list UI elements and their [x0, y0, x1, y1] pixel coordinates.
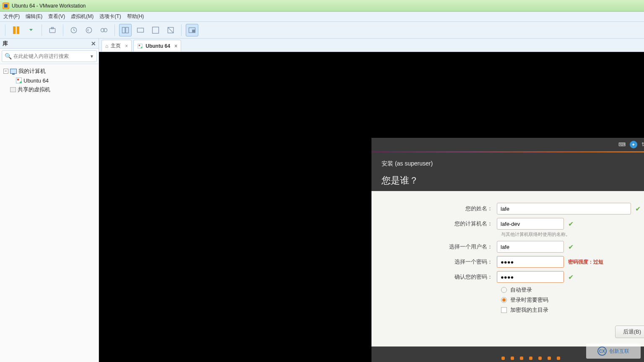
svg-rect-0	[49, 28, 55, 32]
snapshot-take-icon[interactable]	[68, 24, 80, 36]
host-input[interactable]	[497, 218, 564, 230]
power-dropdown[interactable]	[25, 24, 37, 36]
computer-icon	[10, 69, 17, 74]
view-thumbnail-icon[interactable]	[186, 24, 198, 36]
svg-rect-6	[122, 27, 125, 33]
library-close-icon[interactable]: ✕	[91, 40, 96, 47]
tab-ubuntu-label: Ubuntu 64	[145, 43, 170, 49]
user-label: 选择一个用户名：	[382, 243, 497, 251]
tree-label-mycomputer: 我的计算机	[18, 67, 46, 75]
radio-auto-login[interactable]: 自动登录	[501, 286, 644, 294]
pause-button[interactable]	[10, 24, 22, 36]
tree-shared[interactable]: 共享的虚拟机	[2, 85, 97, 94]
watermark: CX 创新互联	[586, 344, 641, 359]
view-single-icon[interactable]	[134, 24, 147, 36]
tab-ubuntu[interactable]: Ubuntu 64 ×	[133, 40, 181, 52]
library-search-input[interactable]	[13, 53, 90, 59]
ubuntu-top-panel: ⌨ ✦ ⇅ En ⚹ 🔊 ⚙	[371, 138, 644, 151]
radio-icon[interactable]	[501, 297, 507, 303]
ubuntu-header: 安装 (as superuser) 您是谁？	[371, 153, 644, 191]
tab-home[interactable]: ⌂ 主页 ×	[101, 40, 132, 52]
svg-rect-8	[138, 28, 144, 32]
menu-edit[interactable]: 编辑(E)	[26, 13, 42, 20]
name-label: 您的姓名：	[382, 205, 497, 212]
snapshot-button[interactable]	[46, 24, 59, 36]
radio-icon[interactable]	[501, 287, 507, 293]
svg-rect-7	[126, 27, 129, 33]
library-title: 库	[3, 40, 8, 47]
snapshot-manager-icon[interactable]	[98, 24, 110, 36]
checkbox-icon[interactable]	[501, 307, 507, 313]
toolbar	[0, 22, 644, 39]
ubuntu-subtitle: 安装 (as superuser)	[382, 160, 644, 168]
tab-home-close-icon[interactable]: ×	[125, 43, 128, 49]
password-input[interactable]	[497, 256, 564, 268]
svg-rect-9	[153, 27, 159, 33]
tab-ubuntu-close-icon[interactable]: ×	[174, 43, 177, 49]
vm-tabs: ⌂ 主页 × Ubuntu 64 ×	[99, 39, 644, 52]
watermark-logo-icon: CX	[597, 346, 607, 356]
vm-icon	[16, 78, 22, 83]
tree-vm-ubuntu[interactable]: Ubuntu 64	[2, 76, 97, 85]
library-search[interactable]: 🔍 ▼	[2, 50, 97, 62]
tree-label-shared: 共享的虚拟机	[18, 86, 50, 93]
radio-require-password[interactable]: 登录时需要密码	[501, 296, 644, 304]
home-icon: ⌂	[105, 43, 108, 49]
snapshot-revert-icon[interactable]	[83, 24, 95, 36]
check-icon: ✔	[568, 243, 574, 251]
tree-toggle-icon[interactable]: −	[3, 69, 8, 74]
check-icon: ✔	[568, 220, 574, 228]
checkbox-encrypt-label: 加密我的主目录	[510, 306, 548, 314]
view-unity-icon[interactable]	[164, 24, 177, 36]
ubuntu-form: 您的姓名： ✔ 您的计算机名： ✔ 与其他计算机联络时使用的名称。 选择一个用户…	[371, 191, 644, 346]
library-header: 库 ✕	[0, 39, 99, 49]
tree-label-vm: Ubuntu 64	[23, 78, 49, 84]
svg-rect-13	[192, 30, 195, 32]
search-icon: 🔍	[5, 53, 12, 59]
check-icon: ✔	[635, 205, 641, 213]
checkbox-encrypt-home[interactable]: 加密我的主目录	[501, 306, 644, 314]
menu-file[interactable]: 文件(F)	[3, 13, 20, 20]
tree-my-computer[interactable]: − 我的计算机	[2, 67, 97, 76]
name-input[interactable]	[497, 203, 631, 215]
password2-input[interactable]	[497, 271, 564, 283]
password-label: 选择一个密码：	[382, 258, 497, 266]
svg-point-3	[86, 27, 91, 33]
menu-tabs[interactable]: 选项卡(T)	[99, 13, 121, 20]
ubuntu-question: 您是谁？	[382, 174, 644, 187]
svg-line-11	[168, 27, 173, 33]
user-input[interactable]	[497, 241, 564, 253]
vm-icon	[138, 44, 143, 48]
vm-screen[interactable]: ⌨ ✦ ⇅ En ⚹ 🔊 ⚙ 安装 (as superuser) 您是谁？ 您的…	[99, 52, 644, 362]
check-icon: ✔	[568, 273, 574, 281]
search-dropdown-icon[interactable]: ▼	[90, 54, 94, 59]
window-title: Ubuntu 64 - VMware Workstation	[12, 3, 86, 9]
library-panel: 库 ✕ 🔍 ▼ − 我的计算机 Ubuntu 64 共享的虚拟机	[0, 39, 99, 362]
tab-home-label: 主页	[111, 42, 121, 49]
back-button[interactable]: 后退(B)	[615, 326, 644, 338]
password-strength: 密码强度：过短	[568, 259, 603, 266]
radio-auto-login-label: 自动登录	[510, 286, 532, 294]
menu-view[interactable]: 查看(V)	[48, 13, 65, 20]
password2-label: 确认您的密码：	[382, 273, 497, 281]
view-fullscreen-icon[interactable]	[149, 24, 162, 36]
shared-icon	[10, 87, 16, 92]
watermark-text: 创新互联	[609, 348, 629, 355]
view-console-icon[interactable]	[119, 24, 132, 36]
menu-vm[interactable]: 虚拟机(M)	[71, 13, 93, 20]
svg-rect-1	[52, 27, 54, 28]
host-hint: 与其他计算机联络时使用的名称。	[501, 231, 644, 238]
library-search-wrap: 🔍 ▼	[0, 49, 99, 64]
host-label: 您的计算机名：	[382, 220, 497, 228]
library-tree: − 我的计算机 Ubuntu 64 共享的虚拟机	[0, 64, 99, 97]
keyboard-icon[interactable]: ⌨	[618, 142, 626, 147]
network-icon[interactable]: ⇅	[641, 142, 644, 147]
radio-require-password-label: 登录时需要密码	[510, 296, 548, 304]
vmware-app-icon	[3, 3, 9, 9]
vm-area: ⌂ 主页 × Ubuntu 64 × ⌨ ✦ ⇅ En ⚹ 🔊 ⚙	[99, 39, 644, 362]
window-title-bar: Ubuntu 64 - VMware Workstation	[0, 0, 644, 12]
menu-bar: 文件(F) 编辑(E) 查看(V) 虚拟机(M) 选项卡(T) 帮助(H)	[0, 12, 644, 22]
accessibility-icon[interactable]: ✦	[630, 141, 637, 148]
ubuntu-installer-window: ⌨ ✦ ⇅ En ⚹ 🔊 ⚙ 安装 (as superuser) 您是谁？ 您的…	[371, 138, 644, 362]
menu-help[interactable]: 帮助(H)	[127, 13, 144, 20]
